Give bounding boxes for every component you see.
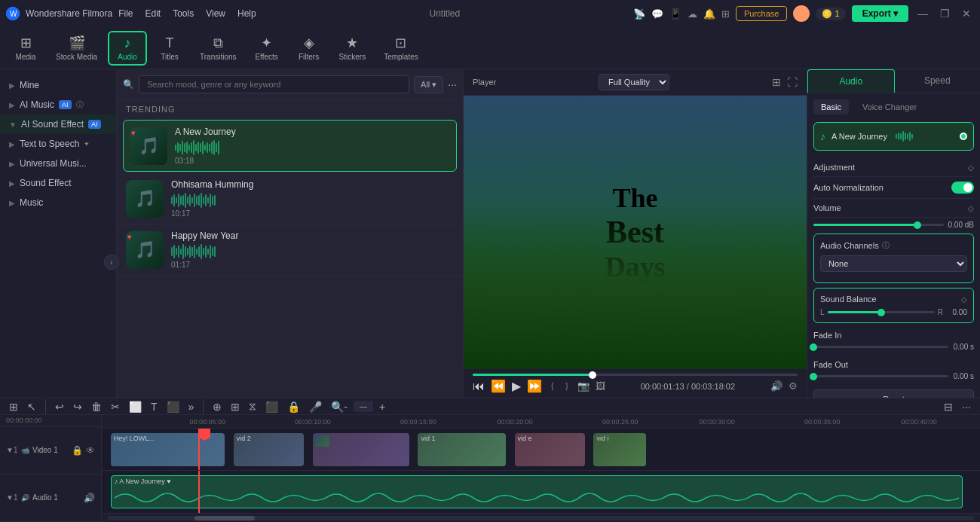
toolbar-effects[interactable]: ✦ Effects: [247, 32, 286, 64]
progress-bar[interactable]: [473, 374, 798, 376]
toolbar-stickers[interactable]: ★ Stickers: [332, 32, 374, 64]
cloud-icon[interactable]: ☁: [688, 8, 697, 20]
grid-view-icon[interactable]: ⊞: [772, 76, 781, 88]
reset-button[interactable]: Reset: [813, 389, 974, 398]
sidebar-item-ai-music[interactable]: ▶ AI Music AI ⓘ: [0, 95, 116, 114]
sidebar-collapse-button[interactable]: ‹: [104, 255, 119, 270]
crop-button[interactable]: ⬜: [126, 399, 145, 414]
toolbar-templates[interactable]: ⊡ Templates: [376, 32, 426, 64]
video-eye-icon[interactable]: 👁: [86, 445, 95, 456]
video-clip-6[interactable]: vid i: [593, 433, 646, 466]
volume-diamond-icon[interactable]: ◇: [968, 204, 974, 212]
camera-icon[interactable]: 📷: [577, 380, 590, 392]
out-point-icon[interactable]: }: [565, 382, 568, 390]
fade-in-thumb[interactable]: [810, 343, 817, 351]
balance-thumb[interactable]: [877, 309, 885, 316]
toolbar-audio[interactable]: ♪ Audio: [108, 31, 147, 66]
video-clip-4[interactable]: vid 1: [418, 433, 506, 466]
audio-item-3[interactable]: 🎵 ♥ Happy New Year 01:17: [117, 224, 463, 276]
video-lock-icon[interactable]: 🔒: [72, 445, 83, 456]
volume-icon[interactable]: 🔊: [770, 380, 782, 392]
sidebar-item-mine[interactable]: ▶ Mine: [0, 75, 116, 95]
scroll-track[interactable]: [108, 516, 974, 520]
audio-channels-info-icon[interactable]: ⓘ: [882, 240, 890, 251]
quality-select[interactable]: Full Quality 1/2 Quality 1/4 Quality: [599, 74, 669, 90]
filter-all-button[interactable]: All ▾: [414, 76, 443, 93]
skip-back-button[interactable]: ⏮: [473, 380, 485, 393]
audio-channels-select[interactable]: None Stereo Mono Left Mono Right: [820, 255, 967, 272]
chat-icon[interactable]: 💬: [651, 8, 663, 20]
toolbar-titles[interactable]: T Titles: [150, 32, 189, 64]
timeline-scroll[interactable]: [102, 513, 980, 522]
bell-icon[interactable]: 🔔: [703, 8, 715, 20]
video-clip-2[interactable]: vid 2: [234, 433, 304, 466]
maximize-button[interactable]: ❐: [937, 8, 953, 20]
timeline-cursor-button[interactable]: ↖: [24, 399, 39, 414]
sub-tab-basic[interactable]: Basic: [813, 99, 849, 114]
audio-item-2[interactable]: 🎵 Ohhisama Humming 10:17: [117, 173, 463, 224]
sidebar-item-universal-music[interactable]: ▶ Universal Musi...: [0, 154, 116, 173]
mic-button[interactable]: 🎤: [306, 399, 325, 414]
marker-button[interactable]: ⧖: [246, 398, 259, 414]
video-clip-3[interactable]: vid 3: [313, 433, 409, 466]
volume-slider[interactable]: [813, 224, 944, 226]
timeline-settings-button[interactable]: ···: [959, 399, 974, 414]
export-button[interactable]: Export ▾: [852, 5, 908, 22]
sound-balance-slider[interactable]: [828, 311, 935, 313]
menu-help[interactable]: Help: [237, 8, 256, 19]
minimize-button[interactable]: —: [914, 8, 931, 20]
tab-audio[interactable]: Audio: [807, 69, 895, 93]
toolbar-media[interactable]: ⊞ Media: [6, 32, 45, 64]
settings-icon[interactable]: ⚙: [789, 380, 798, 392]
device-icon[interactable]: 📱: [669, 8, 681, 20]
menu-view[interactable]: View: [206, 8, 225, 19]
step-back-button[interactable]: ⏪: [491, 379, 506, 393]
grid-icon[interactable]: ⊞: [721, 8, 730, 20]
fade-out-slider[interactable]: [813, 375, 948, 377]
play-button[interactable]: ▶: [512, 379, 521, 393]
tab-speed[interactable]: Speed: [895, 69, 981, 93]
adjustment-diamond-icon[interactable]: ◇: [968, 163, 974, 172]
screenshot-icon[interactable]: 🖼: [596, 380, 605, 392]
sub-tab-voice-changer[interactable]: Voice Changer: [855, 99, 924, 114]
audio-item-1[interactable]: 🎵 ♥ A New Journey 03:18: [123, 120, 457, 172]
toolbar-filters[interactable]: ◈ Filters: [289, 32, 329, 64]
fullscreen-icon[interactable]: ⛶: [787, 76, 798, 88]
sidebar-item-music[interactable]: ▶ Music: [0, 193, 116, 212]
step-forward-button[interactable]: ⏩: [527, 379, 542, 393]
split-button[interactable]: T: [148, 399, 161, 414]
toolbar-stock-media[interactable]: 🎬 Stock Media: [48, 32, 105, 64]
trim-button[interactable]: ⬛: [164, 399, 182, 414]
audio-mute-icon[interactable]: 🔊: [84, 493, 95, 503]
scroll-thumb[interactable]: [194, 516, 255, 520]
menu-file[interactable]: File: [118, 8, 133, 19]
ai-music-info-icon[interactable]: ⓘ: [76, 99, 84, 110]
cut-button[interactable]: ✂: [108, 399, 123, 414]
sidebar-item-ai-sound-effect[interactable]: ▼ AI Sound Effect AI: [0, 114, 116, 134]
menu-edit[interactable]: Edit: [145, 8, 161, 19]
clip-button[interactable]: ⬛: [262, 399, 281, 414]
fade-out-thumb[interactable]: [810, 373, 817, 380]
volume-thumb[interactable]: [914, 221, 921, 229]
search-input[interactable]: [139, 75, 409, 93]
lock-button[interactable]: 🔒: [284, 399, 303, 414]
snap-button[interactable]: ⊞: [228, 399, 243, 414]
timeline-grid-button[interactable]: ⊞: [6, 399, 21, 414]
undo-button[interactable]: ↩: [52, 399, 67, 414]
zoom-out-button[interactable]: 🔍-: [328, 399, 351, 414]
auto-normalization-toggle[interactable]: [951, 182, 974, 194]
redo-button[interactable]: ↪: [70, 399, 85, 414]
close-button[interactable]: ✕: [959, 8, 974, 20]
zoom-in-button[interactable]: +: [376, 399, 388, 414]
in-point-icon[interactable]: {: [551, 382, 553, 390]
sidebar-item-text-to-speech[interactable]: ▶ Text to Speech ✦: [0, 134, 116, 154]
timeline-layout-button[interactable]: ⊟: [941, 399, 956, 414]
ripple-button[interactable]: ⊕: [210, 399, 225, 414]
audio-timeline-clip[interactable]: ♪ A New Journey ♥: [111, 475, 963, 508]
video-clip-5[interactable]: vid e: [515, 433, 585, 466]
notification-icon[interactable]: 📡: [633, 8, 645, 20]
more-options-button[interactable]: ···: [448, 78, 457, 90]
menu-tools[interactable]: Tools: [173, 8, 194, 19]
sound-balance-diamond-icon[interactable]: ◇: [961, 295, 967, 304]
more-actions-button[interactable]: »: [185, 399, 198, 414]
